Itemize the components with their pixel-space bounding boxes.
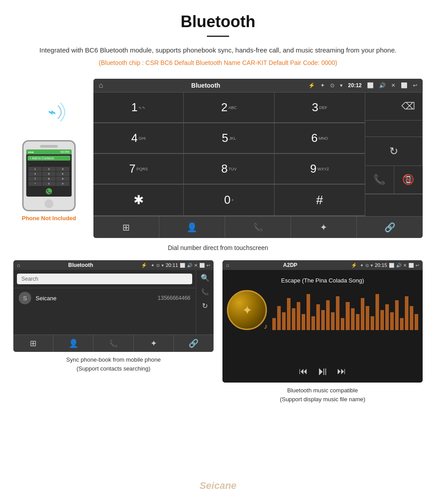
page-description: Integrated with BC6 Bluetooth module, su… [27,45,409,56]
eq-bar [336,296,339,331]
bluetooth-waves-icon: ⌁ [31,97,71,128]
car-statusbar-title: Bluetooth [109,82,303,89]
home-icon[interactable]: ⌂ [99,81,103,89]
music-camera-icon[interactable]: ⬜ [389,263,394,268]
eq-bar [326,300,330,331]
dial-key-6[interactable]: 6MNO [275,123,365,153]
music-bt-icon: ✦ [360,263,363,268]
pb-nav-bt[interactable]: ✦ [134,335,174,352]
eq-bar [282,312,286,331]
dial-key-3[interactable]: 3DEF [275,93,365,123]
pb-volume-icon[interactable]: 🔊 [187,263,192,268]
eq-bar [331,312,335,331]
music-prev-button[interactable]: ⏮ [299,366,308,376]
pb-status-icons: ✦ ⊙ ▾ 20:11 ⬜ 🔊 ✕ ⬜ ↩ [151,262,210,268]
window-icon[interactable]: ⬜ [401,82,408,89]
music-home-icon[interactable]: ⌂ [226,262,229,268]
eq-bar [390,312,394,331]
page-header: Bluetooth Integrated with BC6 Bluetooth … [0,0,436,79]
caption-phonebook-text: Sync phone-book from mobile phone(Suppor… [66,356,161,372]
dial-key-9[interactable]: 9WXYZ [275,154,365,184]
nav-keypad[interactable]: ⊞ [93,217,159,238]
phone-mockup: ⌁ ●●● MORE + Add to Contacts ... 123 [13,79,85,222]
eq-bar [375,294,379,330]
eq-bar [292,308,295,331]
pb-main-area: Search S Seicane 13566664466 🔍 📞 [13,270,214,335]
dial-side-keys: ⌫ ↻ 📞 📵 [365,93,423,216]
pb-nav-phone[interactable]: 📞 [93,335,133,352]
dial-key-star[interactable]: ✱ [93,185,184,216]
music-window-icon[interactable]: ⬜ [408,263,414,268]
music-location-icon: ⊙ [365,263,369,268]
pb-window-icon[interactable]: ⬜ [199,263,205,268]
camera-icon[interactable]: ⬜ [367,82,374,89]
dial-key-5[interactable]: 5JKL [184,123,274,153]
pb-camera-icon[interactable]: ⬜ [180,263,185,268]
refresh-button[interactable]: ↻ [365,137,423,166]
caption-music-text: Bluetooth music compatible(Support displ… [280,387,365,403]
dial-key-2[interactable]: 2ABC [184,93,274,123]
eq-bar [321,310,325,330]
pb-refresh-side-icon[interactable]: ↻ [202,302,208,310]
close-icon[interactable]: ✕ [391,82,396,89]
phone-home-button [44,199,53,208]
bottom-section: ⌂ Bluetooth ⚡ ✦ ⊙ ▾ 20:11 ⬜ 🔊 ✕ ⬜ ↩ [0,260,436,403]
pb-usb-icon: ⚡ [141,262,147,268]
title-divider [207,36,229,37]
pb-contact-row[interactable]: S Seicane 13566664466 [13,288,196,308]
music-back-icon[interactable]: ↩ [416,263,419,268]
caption-phonebook: Sync phone-book from mobile phone(Suppor… [13,355,214,373]
music-song-title: Escape (The Pina Colada Song) [281,277,364,284]
music-play-pause-button[interactable]: ⏯ [317,364,328,378]
usb-icon: ⚡ [308,82,315,89]
eq-bar [272,318,276,330]
phonebook-screen: ⌂ Bluetooth ⚡ ✦ ⊙ ▾ 20:11 ⬜ 🔊 ✕ ⬜ ↩ [13,260,214,352]
back-icon[interactable]: ↩ [413,82,417,89]
pb-location-icon: ⊙ [156,263,160,268]
pb-back-icon[interactable]: ↩ [206,263,210,268]
phone-image: ●●● MORE + Add to Contacts ... 123 456 7… [22,140,76,211]
end-call-button[interactable]: 📵 [394,166,423,194]
pb-nav-link[interactable]: 🔗 [174,335,214,352]
caption-dial: Dial number direct from touchscreen [0,244,436,251]
pb-search-side-icon[interactable]: 🔍 [201,274,210,282]
nav-phone[interactable]: 📞 [225,217,291,238]
dial-key-hash[interactable]: # [275,185,365,216]
music-signal-icon: ▾ [371,263,373,268]
pb-search-row: Search [13,270,196,288]
eq-bar [346,302,349,330]
pb-nav-contacts[interactable]: 👤 [53,335,93,352]
location-icon: ⊙ [330,82,335,89]
music-item: ⌂ A2DP ⚡ ✦ ⊙ ▾ 20:15 ⬜ 🔊 ✕ ⬜ ↩ Escape (T… [222,260,423,403]
pb-empty-space [13,308,196,335]
dial-key-7[interactable]: 7PQRS [93,154,184,184]
car-statusbar: ⌂ Bluetooth ⚡ ✦ ⊙ ▾ 20:12 ⬜ 🔊 ✕ ⬜ ↩ [93,79,423,93]
backspace-button[interactable]: ⌫ [365,93,423,121]
dial-key-1[interactable]: 1∿∿ [93,93,184,123]
pb-title: Bluetooth [24,262,137,268]
dial-keypad: 1∿∿ 2ABC 3DEF 4GHI 5JKL [93,93,365,216]
pb-nav-keypad[interactable]: ⊞ [13,335,53,352]
dial-key-4[interactable]: 4GHI [93,123,184,153]
eq-bar [341,318,344,330]
music-volume-icon[interactable]: 🔊 [396,263,401,268]
eq-bar [380,310,384,330]
pb-home-icon[interactable]: ⌂ [17,262,20,268]
pb-call-side-icon[interactable]: 📞 [201,288,209,295]
music-next-button[interactable]: ⏭ [337,366,346,376]
dial-key-8[interactable]: 8TUV [184,154,274,184]
nav-link[interactable]: 🔗 [357,217,423,238]
pb-search-box[interactable]: Search [17,274,192,284]
nav-contacts[interactable]: 👤 [159,217,225,238]
eq-bar [361,298,364,330]
call-button[interactable]: 📞 [365,166,394,194]
nav-bluetooth[interactable]: ✦ [291,217,357,238]
volume-icon[interactable]: 🔊 [379,82,386,89]
pb-nav-contacts-icon: 👤 [69,339,78,348]
pb-close-icon[interactable]: ✕ [194,263,198,268]
pb-time: 20:11 [166,262,178,268]
dial-key-0[interactable]: 0+ [184,185,274,216]
pb-nav: ⊞ 👤 📞 ✦ 🔗 [13,335,214,352]
music-close-icon[interactable]: ✕ [403,263,407,268]
music-note-icon: ♪ [264,323,267,331]
